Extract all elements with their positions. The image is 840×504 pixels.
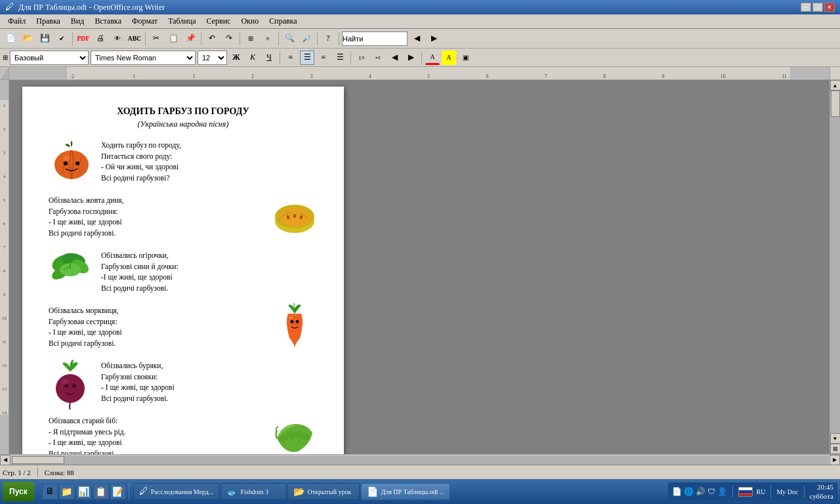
verse-5: Обізвались буряки, Гарбузові свояки: - І… [49, 360, 318, 406]
beet-image [49, 360, 94, 406]
font-color-button[interactable]: A [425, 51, 440, 65]
title-bar: 🖊 Для ПР Таблицы.odt - OpenOffice.org Wr… [0, 0, 840, 14]
copy-button[interactable]: 📋 [165, 31, 181, 47]
indent-inc-button[interactable]: ▶ [404, 51, 418, 65]
sep5 [278, 32, 279, 45]
tray-security-icon: 🛡 [707, 487, 715, 497]
language-flag[interactable] [738, 487, 753, 497]
carrot-image [272, 305, 318, 351]
svg-point-22 [61, 379, 69, 385]
underline-button[interactable]: Ч [262, 51, 276, 65]
h-scroll-thumb[interactable] [12, 456, 64, 464]
documents-icon[interactable]: 📁 [59, 484, 75, 499]
horizontal-scrollbar: ◀ ▶ [0, 454, 840, 465]
pea-image [272, 415, 318, 454]
close-button[interactable]: ✕ [824, 3, 835, 12]
menu-insert[interactable]: Вставка [89, 15, 127, 28]
svg-point-4 [75, 161, 79, 165]
scroll-up-button[interactable]: ▲ [830, 80, 841, 91]
tray-user-icon: 👤 [717, 487, 727, 497]
task-investigations[interactable]: 🖊 Расследования Мерд... [133, 483, 220, 500]
menu-window[interactable]: Окно [236, 15, 264, 28]
minimize-button[interactable]: ─ [801, 3, 811, 12]
menu-help[interactable]: Справка [264, 15, 302, 28]
undo-button[interactable]: ↶ [204, 31, 220, 47]
save-button[interactable]: 💾 [37, 31, 52, 47]
presentation-icon[interactable]: 📊 [76, 484, 92, 499]
find-input[interactable] [342, 32, 408, 46]
clock-day: суббота [810, 492, 833, 501]
page-title: ХОДИТЬ ГАРБУЗ ПО ГОРОДУ [49, 106, 318, 117]
table-button[interactable]: ⊞ [243, 31, 259, 47]
verse-1: Ходить гарбуз по городу, Питається свого… [49, 140, 318, 186]
insert-rows-button[interactable]: ≡ [260, 31, 276, 47]
align-left-button[interactable]: ≡ [284, 51, 298, 65]
align-right-button[interactable]: ≡ [316, 51, 331, 65]
system-tray: 📄 🌐 🔊 🛡 👤 RU My Doc 20:45 суббота [668, 482, 837, 501]
align-center-button[interactable]: ☰ [300, 51, 314, 65]
menu-file[interactable]: Файл [3, 15, 31, 28]
export-pdf-button[interactable]: PDF [75, 31, 91, 47]
menu-format[interactable]: Формат [127, 15, 163, 28]
sep3 [201, 32, 201, 45]
svg-point-25 [295, 430, 303, 438]
font-select[interactable]: Times New Roman [91, 51, 196, 65]
document-area: ХОДИТЬ ГАРБУЗ ПО ГОРОДУ (Українська наро… [9, 80, 830, 454]
redo-button[interactable]: ↷ [221, 31, 237, 47]
zoom-button[interactable]: 🔎 [299, 31, 314, 47]
menu-table[interactable]: Таблица [163, 15, 201, 28]
bold-button[interactable]: Ж [229, 51, 243, 65]
sep6 [317, 32, 318, 45]
list-bullet-button[interactable]: •≡ [371, 51, 385, 65]
svg-point-24 [287, 430, 296, 440]
find-prev-button[interactable]: ◀ [409, 31, 425, 47]
find-next-button[interactable]: ▶ [426, 31, 442, 47]
start-button[interactable]: Пуск [3, 482, 34, 501]
tray-icons: 📄 🌐 🔊 🛡 👤 [672, 487, 727, 497]
align-justify-button[interactable]: ☰ [333, 51, 347, 65]
tray-doc-icon: 📄 [672, 487, 682, 497]
italic-button[interactable]: К [245, 51, 260, 65]
verse-4-text: Обізвалась морквиця, Гарбузовая сестриця… [49, 305, 265, 349]
menu-tools[interactable]: Сервис [201, 15, 236, 28]
maximize-button[interactable]: □ [812, 3, 823, 12]
help-button[interactable]: ? [320, 31, 336, 47]
main-area: 123456789101112131415 ХОДИТЬ ГАРБУЗ ПО Г… [0, 80, 840, 454]
list-num-button[interactable]: 1≡ [354, 51, 369, 65]
menu-edit[interactable]: Правка [31, 15, 66, 28]
highlight-button[interactable]: A [442, 51, 456, 65]
task-pr-tables[interactable]: 📄 Для ПР Таблицы.odt ... [361, 483, 450, 500]
spreadsheet-icon[interactable]: 📋 [93, 484, 109, 499]
size-select[interactable]: 12 [198, 51, 227, 65]
scroll-track[interactable] [830, 91, 840, 433]
h-scroll-track[interactable] [11, 455, 829, 465]
cucumber-image [49, 250, 94, 296]
indent-dec-button[interactable]: ◀ [387, 51, 402, 65]
pumpkin-image [49, 140, 94, 186]
print-button[interactable]: 🖨 [93, 31, 108, 47]
scroll-down-button[interactable]: ▼ [830, 433, 841, 444]
svg-point-19 [56, 374, 85, 403]
scroll-right-button[interactable]: ▶ [830, 455, 840, 465]
explorer-icon[interactable]: 🖥 [42, 484, 58, 499]
task-lesson[interactable]: 📂 Открытый урок [287, 483, 360, 500]
verse-3-text: Обізвались огірочки, Гарбузові сини й до… [101, 250, 318, 294]
verse-3: Обізвались огірочки, Гарбузові сини й до… [49, 250, 318, 296]
scroll-thumb[interactable] [831, 91, 840, 117]
style-icon: ⊞ [3, 54, 8, 61]
preview-button[interactable]: 👁 [110, 31, 125, 47]
task-fishdom[interactable]: 🐟 Fishdom 3 [220, 483, 286, 500]
find-button[interactable]: 🔍 [282, 31, 297, 47]
menu-view[interactable]: Вид [66, 15, 90, 28]
spellcheck-button[interactable]: ABC [127, 31, 142, 47]
new-button[interactable]: 📄 [3, 31, 18, 47]
scroll-left-button[interactable]: ◀ [0, 455, 10, 465]
char-bg-button[interactable]: ▣ [458, 51, 472, 65]
svg-point-21 [72, 384, 76, 388]
style-select[interactable]: Базовый [10, 51, 89, 65]
cut-button[interactable]: ✂ [148, 31, 164, 47]
word-icon[interactable]: 📝 [110, 484, 126, 499]
paste-button[interactable]: 📌 [182, 31, 198, 47]
open-button[interactable]: 📂 [20, 31, 35, 47]
save-all-button[interactable]: ✔ [54, 31, 70, 47]
